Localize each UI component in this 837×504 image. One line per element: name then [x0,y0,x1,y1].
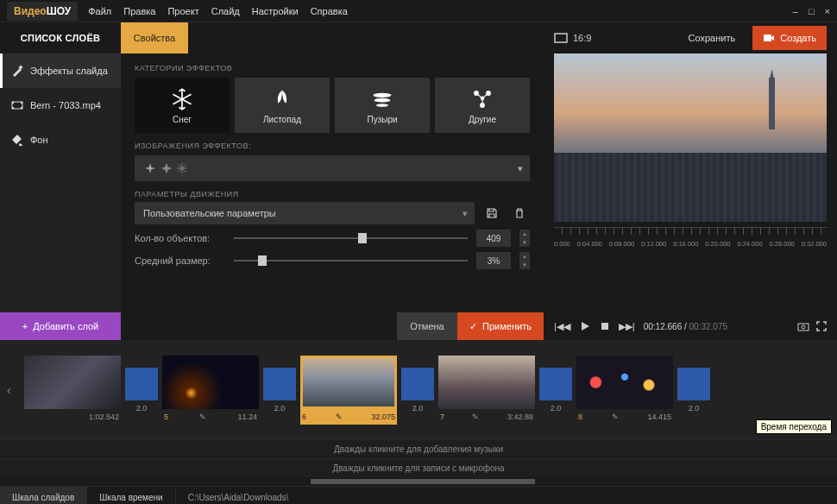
count-slider[interactable] [234,237,468,239]
size-label: Средний размер: [135,255,225,266]
transition-2[interactable]: 2.0 [262,368,297,413]
slide-thumb-6[interactable]: 6✎32.075 [300,356,397,425]
monitor-icon [554,33,568,43]
layer-video-clip[interactable]: Bern - 7033.mp4 [0,88,121,123]
svg-rect-23 [555,34,567,42]
svg-point-9 [374,98,391,102]
trans5-time: 2.0 [689,404,700,413]
count-spinner[interactable]: ▲▼ [519,230,530,247]
maximize-icon[interactable]: □ [809,6,815,16]
camera-icon [763,33,775,43]
svg-point-8 [374,92,392,97]
save-button[interactable]: Сохранить [680,28,745,48]
transition-1[interactable]: 2.0 [124,368,159,413]
count-value[interactable]: 409 [476,230,511,247]
preview-header: 16:9 Сохранить Создать [544,22,837,54]
action-row: + Добавить слой Отмена ✓ Применить |◀◀ ▶… [0,312,837,340]
mic-track[interactable]: Дважды кликните для записи с микрофона [0,458,837,477]
slide-thumb-partial[interactable]: 1:02.542 [24,356,121,425]
thumb4-num: 7 [440,413,444,421]
left-panel: СПИСОК СЛОЁВ Свойства Эффекты слайда Ber… [0,22,544,312]
music-track[interactable]: Дважды кликните для добавления музыки [0,439,837,458]
menu-file[interactable]: Файл [88,6,111,16]
svg-rect-26 [798,324,809,331]
svg-rect-24 [764,35,771,41]
layer-background[interactable]: Фон [0,123,121,157]
aspect-ratio-selector[interactable]: 16:9 [554,33,591,43]
thumbs-prev-button[interactable]: ‹ [7,383,21,397]
tab-slide-scale[interactable]: Шкала слайдов [0,487,87,504]
sparkle-icon-2 [160,162,173,174]
object-count-row: Кол-во объектов: 409 ▲▼ [135,230,530,247]
add-layer-label: Добавить слой [33,321,98,331]
add-layer-button[interactable]: + Добавить слой [0,312,121,340]
transition-tooltip: Время перехода [756,419,832,434]
snow-label: Снег [173,115,192,124]
slide-thumb-5[interactable]: 5✎11.24 [162,356,259,425]
slide-thumb-8[interactable]: 8✎14.415 [576,356,673,425]
timeline-ruler[interactable]: 0.000 0:04.000 0:08.000 0:12.000 0:16.00… [554,227,827,248]
layer-bg-label: Фон [30,135,48,145]
properties-panel: КАТЕГОРИИ ЭФФЕКТОВ Снег Листопад Пузыри [121,54,544,312]
chevron-down-icon: ▾ [518,163,523,174]
trans2-time: 2.0 [274,404,286,413]
avg-size-row: Средний размер: 3% ▲▼ [135,252,530,269]
main-area: СПИСОК СЛОЁВ Свойства Эффекты слайда Ber… [0,22,837,312]
size-value[interactable]: 3% [476,252,511,269]
transition-3[interactable]: 2.0 [400,368,435,413]
panel-tabs: СПИСОК СЛОЁВ Свойства [0,22,544,54]
menu-edit[interactable]: Правка [123,6,155,16]
menu-slide[interactable]: Слайд [211,6,240,16]
apply-button[interactable]: ✓ Применить [457,312,544,340]
next-button[interactable]: ▶▶| [619,321,635,332]
trash-icon [513,207,525,219]
motion-preset-select[interactable]: Пользовательские параметры ▾ [135,202,475,224]
menu-project[interactable]: Проект [167,6,198,16]
create-button[interactable]: Создать [752,26,827,50]
tab-layers-list[interactable]: СПИСОК СЛОЁВ [0,22,121,54]
save-preset-button[interactable] [481,203,502,224]
tab-time-scale[interactable]: Шкала времени [87,487,175,504]
plus-icon: + [22,321,28,331]
preview-viewport[interactable] [554,54,827,222]
snapshot-button[interactable] [797,321,809,331]
transition-4[interactable]: 2.0 [538,368,573,413]
effect-cat-snow[interactable]: Снег [135,78,230,133]
chevron-down-icon: ▾ [463,208,468,219]
nodes-icon [470,87,494,111]
effect-cat-other[interactable]: Другие [435,78,530,133]
slide-thumb-7[interactable]: 7✎3:42.88 [438,356,535,425]
delete-preset-button[interactable] [509,203,530,224]
menu-items: Файл Правка Проект Слайд Настройки Справ… [88,6,348,16]
menu-help[interactable]: Справка [311,6,348,16]
size-slider[interactable] [234,260,468,261]
horizontal-scrollbar[interactable] [0,477,837,486]
time-total: 00:32.075 [689,322,728,331]
leaf-icon [270,87,294,111]
play-button[interactable] [579,320,591,332]
thumb3-duration: 32.075 [371,413,395,421]
effect-cat-leaves[interactable]: Листопад [235,78,330,133]
effect-cat-bubbles[interactable]: Пузыри [335,78,430,133]
fullscreen-button[interactable] [816,321,827,331]
close-icon[interactable]: × [825,6,830,16]
minimize-icon[interactable]: – [793,6,798,16]
cancel-button[interactable]: Отмена [397,312,457,340]
menu-settings[interactable]: Настройки [252,6,299,16]
svg-line-15 [476,93,482,98]
layer-slide-effects[interactable]: Эффекты слайда [0,54,121,88]
thumb3-num: 6 [302,413,306,421]
size-spinner[interactable]: ▲▼ [519,252,530,269]
effect-images-dropdown[interactable]: ▾ [135,155,530,181]
thumb2-duration: 11.24 [237,413,257,421]
tab-properties[interactable]: Свойства [121,22,188,54]
transition-5[interactable]: 2.0 [677,368,711,413]
bubbles-label: Пузыри [367,115,397,124]
slide-thumbnails: ‹ 1:02.542 2.0 5✎11.24 2.0 6✎32.075 2.0 [0,340,837,439]
pencil-icon: ✎ [612,413,619,421]
prev-button[interactable]: |◀◀ [554,321,570,332]
project-path: C:\Users\Aida\Downloads\ [176,487,301,504]
stop-button[interactable] [600,321,610,331]
create-label: Создать [780,33,816,43]
aspect-value: 16:9 [573,33,591,43]
